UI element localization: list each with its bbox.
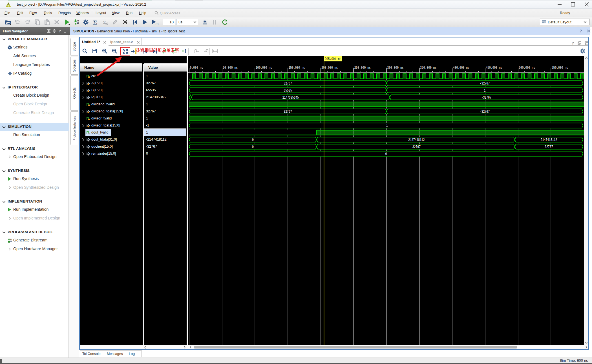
svg-text:32767: 32767 [284,82,292,86]
svg-text:250.000 ns: 250.000 ns [354,66,371,70]
svg-text:01: 01 [10,239,12,241]
svg-text:1: 1 [484,89,486,93]
svg-text:50.000 ns: 50.000 ns [223,66,238,70]
svg-text:-32767: -32767 [480,110,490,114]
svg-text:Σ: Σ [103,20,106,25]
svg-text:?: ? [572,41,574,45]
svg-text:?: ? [59,29,61,33]
svg-text:450.000 ns: 450.000 ns [486,66,502,70]
svg-text:-32767: -32767 [481,96,491,100]
svg-text:300.000 ns: 300.000 ns [387,66,404,70]
svg-text:-2147418112: -2147418112 [407,138,425,142]
svg-text:500.000 ns: 500.000 ns [519,66,535,70]
svg-text:205.004 ns: 205.004 ns [325,57,341,61]
svg-text:10: 10 [10,241,12,243]
svg-text:350.000 ns: 350.000 ns [420,66,436,70]
svg-text:65535: 65535 [284,89,292,93]
svg-text:-1: -1 [385,124,388,128]
svg-text:0: 0 [252,138,254,142]
svg-text:10: 10 [77,22,79,24]
svg-text:0: 0 [385,152,387,156]
svg-text:Σ: Σ [93,19,97,25]
svg-text:550.000 ns: 550.000 ns [552,66,568,70]
svg-text:-32767: -32767 [411,145,421,149]
svg-text:150.000 ns: 150.000 ns [289,66,305,70]
svg-text:0.000 ns: 0.000 ns [190,66,203,70]
svg-text:32767: 32767 [545,145,553,149]
svg-text:2147418112: 2147418112 [541,138,557,142]
svg-text:(T): (T) [156,23,159,25]
svg-text:01: 01 [77,20,79,22]
svg-text:400.000 ns: 400.000 ns [453,66,469,70]
svg-text:-32767: -32767 [480,82,490,86]
svg-text:0: 0 [252,145,254,149]
svg-text:100.000 ns: 100.000 ns [256,66,272,70]
svg-text:?: ? [580,29,582,33]
svg-text:2147385345: 2147385345 [282,96,299,100]
svg-text:32767: 32767 [284,110,292,114]
